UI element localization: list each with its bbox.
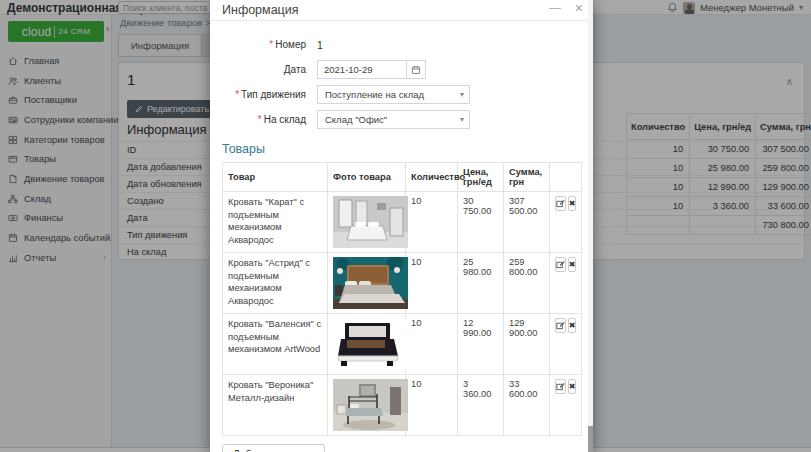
table-row: Кровать "Карат" с подъемным механизмом А… — [223, 192, 582, 253]
field-number: *Номер 1 — [222, 35, 581, 54]
edit-row-button[interactable] — [555, 196, 566, 211]
col-quantity: Количество — [406, 163, 458, 192]
calendar-icon — [411, 65, 421, 75]
products-heading: Товары — [222, 142, 581, 156]
delete-row-button[interactable]: ✖ — [568, 379, 577, 394]
delete-icon: ✖ — [569, 261, 576, 269]
required-mark: * — [258, 114, 262, 125]
number-value: 1 — [317, 39, 323, 51]
modal-body: *Номер 1 Дата *Тип движения Поступление … — [210, 21, 593, 452]
minimize-icon[interactable]: — — [549, 0, 561, 17]
valencia-bed-photo — [333, 318, 408, 370]
modal-scrollbar-track[interactable] — [588, 0, 593, 452]
delete-icon: ✖ — [569, 383, 576, 391]
edit-icon — [556, 260, 565, 269]
delete-row-button[interactable]: ✖ — [568, 318, 577, 333]
chevron-down-icon: ▾ — [460, 86, 464, 103]
edit-icon — [556, 199, 565, 208]
required-mark: * — [269, 39, 273, 50]
veronika-bed-photo — [333, 379, 408, 431]
edit-icon — [556, 382, 565, 391]
date-input[interactable] — [317, 60, 407, 79]
col-sum: Сумма, грн — [504, 163, 550, 192]
information-modal: Информация — × *Номер 1 Дата *Тип движен… — [210, 0, 593, 452]
edit-row-button[interactable] — [555, 379, 566, 394]
edit-row-button[interactable] — [555, 257, 566, 272]
edit-row-button[interactable] — [555, 318, 566, 333]
karat-bed-photo — [333, 196, 408, 248]
edit-icon — [556, 321, 565, 330]
table-row: Кровать "Астрид" с подъемным механизмом … — [223, 253, 582, 314]
modal-title: Информация — [222, 0, 299, 21]
field-date: Дата — [222, 60, 581, 79]
calendar-addon-button[interactable] — [407, 60, 426, 79]
col-price: Цена, грн/ед — [458, 163, 504, 192]
table-row: Кровать "Валенсия" с подъемным механизмо… — [223, 314, 582, 375]
delete-icon: ✖ — [569, 200, 576, 208]
delete-row-button[interactable]: ✖ — [568, 196, 577, 211]
required-mark: * — [235, 89, 239, 100]
modal-products-table: Товар Фото товара Количество Цена, грн/е… — [222, 162, 582, 436]
col-actions — [550, 163, 582, 192]
table-row: Кровать "Вероника" Металл-дизайн — [223, 375, 582, 436]
field-warehouse: *На склад Склад "Офис" ▾ — [222, 110, 581, 129]
col-product: Товар — [223, 163, 328, 192]
delete-icon: ✖ — [569, 322, 576, 330]
delete-row-button[interactable]: ✖ — [568, 257, 577, 272]
field-movement-type: *Тип движения Поступление на склад ▾ — [222, 85, 581, 104]
col-photo: Фото товара — [328, 163, 406, 192]
warehouse-select[interactable]: Склад "Офис" ▾ — [317, 110, 470, 129]
modal-scrollbar-thumb[interactable] — [588, 426, 593, 452]
add-products-button[interactable]: Добавить товары — [222, 444, 325, 452]
modal-header: Информация — × — [210, 0, 593, 21]
close-icon[interactable]: × — [575, 0, 583, 17]
astrid-bed-photo — [333, 257, 408, 309]
chevron-down-icon: ▾ — [460, 111, 464, 128]
movement-type-select[interactable]: Поступление на склад ▾ — [317, 85, 470, 104]
